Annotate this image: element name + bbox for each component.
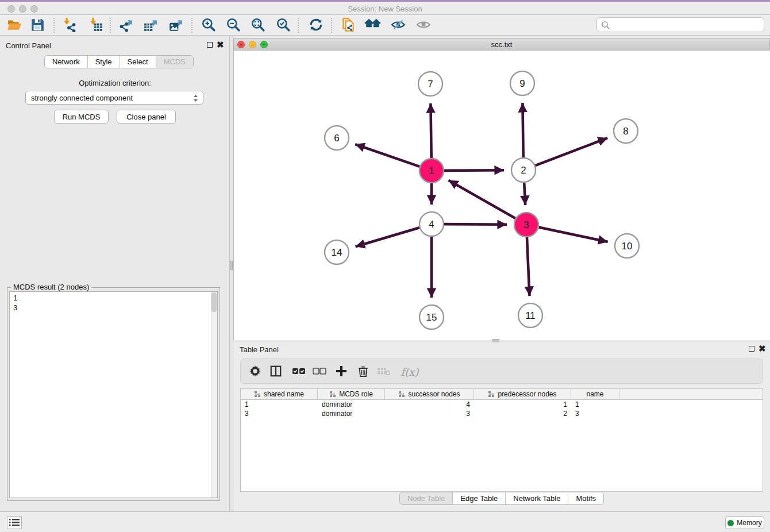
edge-2-9[interactable] xyxy=(522,103,523,157)
tab-select[interactable]: Select xyxy=(120,56,156,68)
zoom-selected-button[interactable] xyxy=(275,17,292,33)
table-panel-close-button[interactable]: ✖ xyxy=(759,346,766,352)
delete-row-button[interactable] xyxy=(355,364,372,380)
attribute-icon xyxy=(398,391,405,398)
control-panel-close-button[interactable]: ✖ xyxy=(217,42,224,48)
network-window-title: scc.txt xyxy=(234,40,769,49)
svg-text:10: 10 xyxy=(622,241,633,252)
optimization-criterion-value: strongly connected component xyxy=(31,94,133,102)
table-cell[interactable]: 2 xyxy=(474,409,571,418)
table-panel-title: Table Panel xyxy=(240,345,279,354)
import-table-button[interactable] xyxy=(87,17,105,33)
table-cell[interactable]: dominator xyxy=(318,400,385,409)
tab-motifs[interactable]: Motifs xyxy=(568,492,603,504)
column-header-predecessor-nodes[interactable]: predecessor nodes xyxy=(474,389,571,399)
network-canvas[interactable]: 7968124314101511 xyxy=(233,51,770,340)
table-body: 1dominator4113dominator323 xyxy=(241,400,763,418)
table-panel-float-button[interactable] xyxy=(749,346,754,352)
hide-selected-button[interactable] xyxy=(390,17,407,33)
graph-node-7[interactable]: 7 xyxy=(418,72,442,96)
edge-1-6[interactable] xyxy=(355,144,419,167)
export-image-button[interactable] xyxy=(167,17,184,33)
table-row[interactable]: 1dominator411 xyxy=(241,400,763,409)
zoom-in-button[interactable] xyxy=(200,17,217,33)
save-session-button[interactable] xyxy=(29,17,46,33)
table-cell[interactable]: 3 xyxy=(571,409,619,418)
column-header-MCDS-role[interactable]: MCDS role xyxy=(318,389,385,399)
edge-2-8[interactable] xyxy=(536,138,608,165)
apply-layout-button[interactable] xyxy=(307,17,325,33)
export-network-button[interactable] xyxy=(117,17,134,33)
table-cell[interactable]: 1 xyxy=(241,400,318,409)
show-columns-button[interactable] xyxy=(267,364,284,380)
show-all-button[interactable] xyxy=(415,17,432,33)
deselect-all-button[interactable] xyxy=(311,364,328,380)
graph-node-2[interactable]: 2 xyxy=(511,158,536,182)
memory-button[interactable]: Memory xyxy=(725,516,764,529)
tab-style[interactable]: Style xyxy=(88,56,120,68)
column-label: shared name xyxy=(264,390,304,398)
tab-network[interactable]: Network xyxy=(45,56,88,68)
mcds-result-textarea[interactable]: 1 3 xyxy=(9,291,218,498)
edge-3-1[interactable] xyxy=(449,180,515,218)
table-cell[interactable]: 4 xyxy=(385,400,474,409)
edge-4-14[interactable] xyxy=(356,228,419,246)
tab-network-table[interactable]: Network Table xyxy=(506,492,568,504)
graph-node-1[interactable]: 1 xyxy=(419,159,444,183)
optimization-criterion-select[interactable]: strongly connected component xyxy=(25,91,203,105)
zoom-out-button[interactable] xyxy=(225,17,242,33)
import-network-button[interactable] xyxy=(61,17,78,33)
table-settings-button[interactable] xyxy=(247,364,264,380)
node-table[interactable]: shared nameMCDS rolesuccessor nodesprede… xyxy=(240,388,763,492)
network-graph: 7968124314101511 xyxy=(234,51,770,340)
tab-node-table[interactable]: Node Table xyxy=(400,492,453,504)
select-all-button[interactable] xyxy=(290,364,307,380)
function-builder-button[interactable]: f(x) xyxy=(397,364,422,380)
table-row[interactable]: 3dominator323 xyxy=(241,409,763,418)
open-file-button[interactable] xyxy=(6,17,23,33)
mcds-result-groupbox: MCDS result (2 nodes) 1 3 xyxy=(7,287,220,501)
table-cell[interactable]: 3 xyxy=(385,409,474,418)
table-tabs: Node TableEdge TableNetwork TableMotifs xyxy=(399,492,604,505)
result-scrollbar-thumb[interactable] xyxy=(211,292,217,312)
tab-edge-table[interactable]: Edge Table xyxy=(453,492,506,504)
splitter-grip[interactable] xyxy=(230,261,233,270)
close-panel-button[interactable]: Close panel xyxy=(117,110,176,124)
graph-node-8[interactable]: 8 xyxy=(614,119,638,143)
edge-1-2[interactable] xyxy=(444,170,504,171)
delete-table-button[interactable] xyxy=(375,364,392,380)
open-folder-icon xyxy=(7,17,22,32)
add-row-button[interactable] xyxy=(333,364,350,380)
task-history-button[interactable] xyxy=(7,516,22,529)
control-panel-float-button[interactable] xyxy=(207,42,213,48)
column-header-successor-nodes[interactable]: successor nodes xyxy=(385,389,474,399)
graph-node-14[interactable]: 14 xyxy=(325,240,349,264)
run-mcds-button[interactable]: Run MCDS xyxy=(54,110,109,124)
graph-node-4[interactable]: 4 xyxy=(419,212,444,236)
clone-network-button[interactable] xyxy=(340,17,357,33)
table-cell[interactable]: dominator xyxy=(318,409,385,418)
zoom-selected-icon xyxy=(276,17,291,32)
first-neighbors-button[interactable] xyxy=(364,17,382,33)
graph-node-3[interactable]: 3 xyxy=(514,213,538,237)
graph-node-9[interactable]: 9 xyxy=(510,71,534,95)
search-input[interactable] xyxy=(613,18,761,31)
column-header-shared-name[interactable]: shared name xyxy=(241,389,318,399)
zoom-fit-button[interactable] xyxy=(249,17,267,33)
table-cell[interactable]: 3 xyxy=(241,409,318,418)
edge-3-11[interactable] xyxy=(527,237,530,296)
column-header-name[interactable]: name xyxy=(571,389,619,399)
graph-node-6[interactable]: 6 xyxy=(325,126,349,150)
graph-node-15[interactable]: 15 xyxy=(419,305,444,329)
result-scrollbar[interactable] xyxy=(211,292,217,498)
export-table-button[interactable] xyxy=(142,17,159,33)
edge-2-3[interactable] xyxy=(524,183,525,205)
edge-3-10[interactable] xyxy=(539,228,608,242)
edge-1-7[interactable] xyxy=(430,103,431,158)
table-cell[interactable]: 1 xyxy=(571,400,619,409)
graph-node-11[interactable]: 11 xyxy=(518,303,542,327)
table-cell[interactable]: 1 xyxy=(474,400,571,409)
edge-4-3[interactable] xyxy=(444,224,507,225)
graph-node-10[interactable]: 10 xyxy=(615,234,639,258)
tab-mcds[interactable]: MCDS xyxy=(156,56,193,68)
